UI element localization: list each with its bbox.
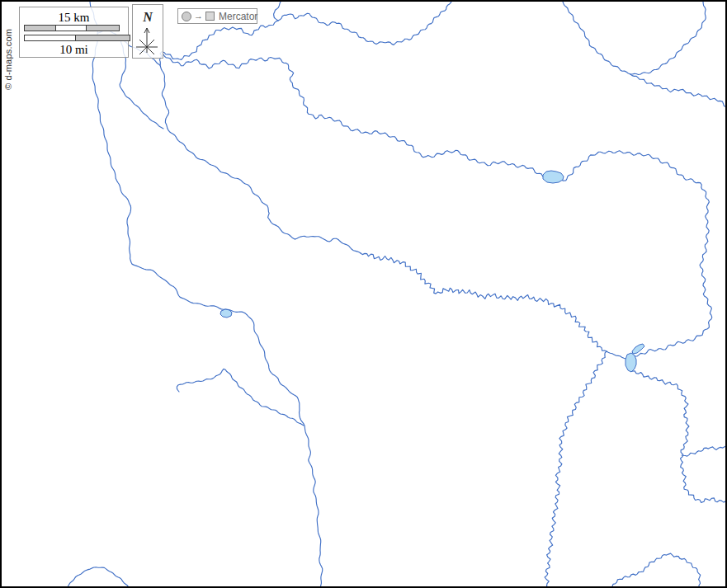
- legend-circle-icon: [182, 12, 191, 21]
- projection-legend-box: → Mercator: [177, 8, 257, 24]
- copyright-text: © d-maps.com: [3, 9, 13, 90]
- river-south-river: [545, 351, 607, 586]
- lake-junction-small: [632, 344, 644, 354]
- river-right-edge-branch: [682, 446, 725, 456]
- map-frame: © d-maps.com 15 km 10 mi N → Mercator: [0, 0, 727, 588]
- projection-label: Mercator: [217, 12, 257, 21]
- north-arrow-box: N: [132, 4, 163, 59]
- river-southeast-river: [629, 369, 725, 502]
- scale-bar-box: 15 km 10 mi: [19, 7, 129, 58]
- scale-bar-km: [24, 25, 120, 31]
- river-diagonal-river: [160, 65, 361, 253]
- map-canvas: [2, 2, 725, 586]
- north-arrow-icon: [133, 5, 163, 58]
- scale-bar-mi: [24, 35, 130, 41]
- legend-arrow-icon: →: [194, 12, 203, 21]
- river-north-east-arm: [278, 2, 451, 45]
- rivers-layer: [65, 2, 725, 586]
- legend-square-icon: [205, 12, 215, 21]
- river-middle-branch: [177, 369, 304, 426]
- river-bottom-left-arc: [65, 567, 131, 586]
- river-north-river-west: [563, 2, 630, 74]
- river-lake-link: [607, 351, 626, 359]
- river-bottom-right-arc: [610, 553, 701, 586]
- lake-west-river: [220, 309, 232, 318]
- scale-km-label: 15 km: [20, 11, 128, 25]
- river-north-river-east: [630, 2, 706, 75]
- lake-junction-big: [626, 353, 636, 372]
- scale-mi-label: 10 mi: [20, 43, 128, 57]
- river-west-river-main: [90, 2, 323, 586]
- river-north-headwater-stub: [274, 2, 281, 21]
- lake-east-river: [543, 171, 564, 183]
- lakes-layer: [220, 171, 644, 372]
- river-meander-river-east: [361, 253, 607, 351]
- river-east-river: [163, 54, 712, 356]
- river-north-river-joined: [630, 74, 725, 110]
